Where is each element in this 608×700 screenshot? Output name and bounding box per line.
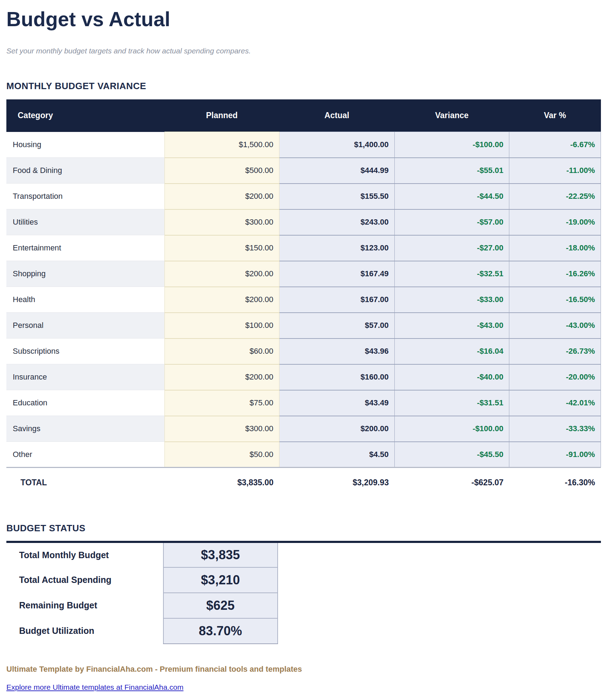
variance-table-row: Subscriptions $60.00 $43.96 -$16.04 -26.… <box>6 339 601 364</box>
actual-cell: $57.00 <box>279 313 394 339</box>
status-value-cell: $625 <box>163 593 278 618</box>
actual-cell: $200.00 <box>279 416 394 442</box>
status-spacer-cell <box>278 542 601 567</box>
status-spacer-cell <box>278 567 601 593</box>
planned-cell: $200.00 <box>164 287 279 313</box>
var-pct-cell: -20.00% <box>509 364 601 390</box>
actual-cell: $4.50 <box>279 442 394 468</box>
planned-cell: $300.00 <box>164 209 279 235</box>
variance-table-row: Insurance $200.00 $160.00 -$40.00 -20.00… <box>6 364 601 390</box>
budget-vs-actual-page: Budget vs Actual Set your monthly budget… <box>0 0 608 700</box>
var-pct-cell: -19.00% <box>509 209 601 235</box>
planned-cell: $300.00 <box>164 416 279 442</box>
planned-cell: $500.00 <box>164 158 279 184</box>
planned-cell: $60.00 <box>164 339 279 364</box>
page-title: Budget vs Actual <box>6 8 601 31</box>
category-cell: Subscriptions <box>6 339 164 364</box>
variance-cell: -$31.51 <box>394 390 509 416</box>
status-value-cell: 83.70% <box>163 618 278 644</box>
total-variance-value: -$625.07 <box>394 468 509 497</box>
planned-cell: $200.00 <box>164 364 279 390</box>
status-label-cell: Remaining Budget <box>6 593 163 618</box>
actual-cell: $167.49 <box>279 261 394 287</box>
variance-table-footer: TOTAL $3,835.00 $3,209.93 -$625.07 -16.3… <box>6 468 601 497</box>
monthly-budget-variance-table: Category Planned Actual Variance Var % H… <box>6 99 601 497</box>
category-cell: Transportation <box>6 184 164 209</box>
category-cell: Shopping <box>6 261 164 287</box>
var-pct-cell: -33.33% <box>509 416 601 442</box>
variance-cell: -$45.50 <box>394 442 509 468</box>
variance-cell: -$100.00 <box>394 132 509 158</box>
variance-header-row: Category Planned Actual Variance Var % <box>6 99 601 132</box>
variance-cell: -$44.50 <box>394 184 509 209</box>
actual-cell: $123.00 <box>279 235 394 261</box>
budget-status-body: Total Monthly Budget $3,835 Total Actual… <box>6 542 601 644</box>
planned-cell: $150.00 <box>164 235 279 261</box>
category-cell: Health <box>6 287 164 313</box>
category-cell: Insurance <box>6 364 164 390</box>
var-pct-cell: -26.73% <box>509 339 601 364</box>
variance-cell: -$27.00 <box>394 235 509 261</box>
total-var-pct-value: -16.30% <box>509 468 601 497</box>
var-pct-cell: -91.00% <box>509 442 601 468</box>
category-cell: Personal <box>6 313 164 339</box>
budget-status-row: Total Actual Spending $3,210 <box>6 567 601 593</box>
total-label: TOTAL <box>6 468 164 497</box>
column-header-category: Category <box>6 99 164 132</box>
variance-cell: -$16.04 <box>394 339 509 364</box>
actual-cell: $444.99 <box>279 158 394 184</box>
planned-cell: $200.00 <box>164 261 279 287</box>
variance-cell: -$33.00 <box>394 287 509 313</box>
variance-table-row: Other $50.00 $4.50 -$45.50 -91.00% <box>6 442 601 468</box>
budget-status-row: Total Monthly Budget $3,835 <box>6 542 601 567</box>
planned-cell: $1,500.00 <box>164 132 279 158</box>
var-pct-cell: -16.50% <box>509 287 601 313</box>
variance-table-row: Entertainment $150.00 $123.00 -$27.00 -1… <box>6 235 601 261</box>
planned-cell: $200.00 <box>164 184 279 209</box>
var-pct-cell: -43.00% <box>509 313 601 339</box>
variance-section-heading: MONTHLY BUDGET VARIANCE <box>6 81 601 92</box>
category-cell: Food & Dining <box>6 158 164 184</box>
variance-cell: -$40.00 <box>394 364 509 390</box>
branding-text: Ultimate Template by FinancialAha.com - … <box>6 665 601 674</box>
category-cell: Housing <box>6 132 164 158</box>
variance-table-row: Shopping $200.00 $167.49 -$32.51 -16.26% <box>6 261 601 287</box>
var-pct-cell: -16.26% <box>509 261 601 287</box>
category-cell: Entertainment <box>6 235 164 261</box>
status-label-cell: Total Monthly Budget <box>6 542 163 567</box>
status-label-cell: Total Actual Spending <box>6 567 163 593</box>
status-spacer-cell <box>278 618 601 644</box>
total-actual-value: $3,209.93 <box>279 468 394 497</box>
financialaha-link[interactable]: Explore more Ultimate templates at Finan… <box>6 683 184 691</box>
budget-status-table: Total Monthly Budget $3,835 Total Actual… <box>6 541 601 644</box>
var-pct-cell: -18.00% <box>509 235 601 261</box>
column-header-variance: Variance <box>394 99 509 132</box>
variance-cell: -$32.51 <box>394 261 509 287</box>
status-spacer-cell <box>278 593 601 618</box>
category-cell: Utilities <box>6 209 164 235</box>
column-header-planned: Planned <box>164 99 279 132</box>
column-header-var-pct: Var % <box>509 99 601 132</box>
variance-cell: -$55.01 <box>394 158 509 184</box>
variance-table-row: Food & Dining $500.00 $444.99 -$55.01 -1… <box>6 158 601 184</box>
planned-cell: $50.00 <box>164 442 279 468</box>
variance-cell: -$57.00 <box>394 209 509 235</box>
category-cell: Savings <box>6 416 164 442</box>
actual-cell: $243.00 <box>279 209 394 235</box>
variance-table-row: Transportation $200.00 $155.50 -$44.50 -… <box>6 184 601 209</box>
variance-table-row: Education $75.00 $43.49 -$31.51 -42.01% <box>6 390 601 416</box>
actual-cell: $160.00 <box>279 364 394 390</box>
budget-status-row: Remaining Budget $625 <box>6 593 601 618</box>
total-planned-value: $3,835.00 <box>164 468 279 497</box>
actual-cell: $43.49 <box>279 390 394 416</box>
var-pct-cell: -11.00% <box>509 158 601 184</box>
variance-table-row: Savings $300.00 $200.00 -$100.00 -33.33% <box>6 416 601 442</box>
variance-table-header: Category Planned Actual Variance Var % <box>6 99 601 132</box>
variance-cell: -$100.00 <box>394 416 509 442</box>
actual-cell: $155.50 <box>279 184 394 209</box>
variance-table-body: Housing $1,500.00 $1,400.00 -$100.00 -6.… <box>6 132 601 468</box>
status-label-cell: Budget Utilization <box>6 618 163 644</box>
footer-link-line: Explore more Ultimate templates at Finan… <box>6 683 601 692</box>
actual-cell: $1,400.00 <box>279 132 394 158</box>
total-row: TOTAL $3,835.00 $3,209.93 -$625.07 -16.3… <box>6 468 601 497</box>
